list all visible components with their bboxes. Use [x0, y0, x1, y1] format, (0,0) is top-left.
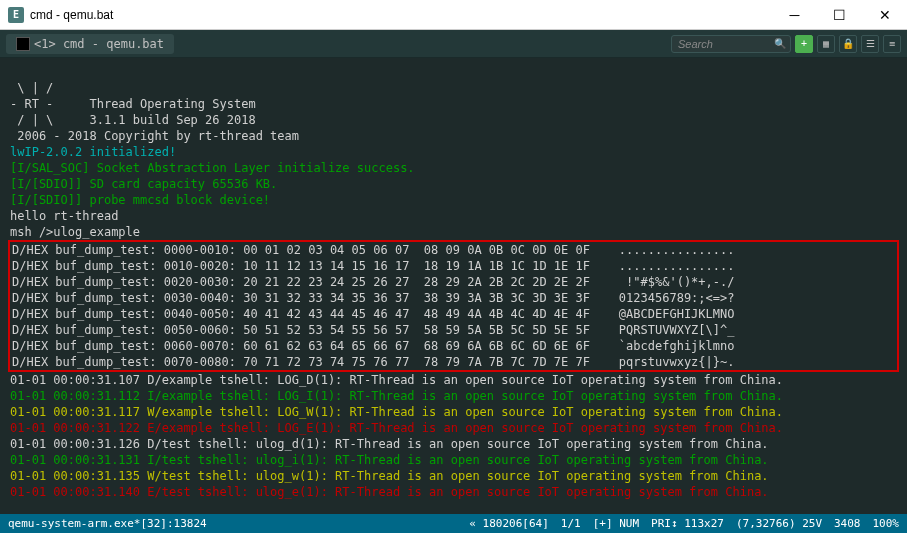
close-button[interactable]: ✕	[862, 0, 907, 30]
banner-line: \ | /	[10, 81, 53, 95]
ulog-debug-line: 01-01 00:00:31.126 D/test tshell: ulog_d…	[10, 437, 769, 451]
ulog-info-line: 01-01 00:00:31.131 I/test tshell: ulog_i…	[10, 453, 769, 467]
search-input[interactable]: Search	[671, 35, 791, 53]
status-mem: (7,32766) 25V	[736, 517, 822, 530]
tab-active[interactable]: <1> cmd - qemu.bat	[6, 34, 174, 54]
sal-line: [I/SAL_SOC] Socket Abstraction Layer ini…	[10, 161, 415, 175]
maximize-button[interactable]: ☐	[817, 0, 862, 30]
banner-line: / | \ 3.1.1 build Sep 26 2018	[10, 113, 256, 127]
hello-line: hello rt-thread	[10, 209, 118, 223]
lwip-line: lwIP-2.0.2 initialized!	[10, 145, 176, 159]
grid-button[interactable]: ▦	[817, 35, 835, 53]
ulog-warn-line: 01-01 00:00:31.135 W/test tshell: ulog_w…	[10, 469, 769, 483]
log-info-line: 01-01 00:00:31.112 I/example tshell: LOG…	[10, 389, 783, 403]
statusbar: qemu-system-arm.exe*[32]:13824 « 180206[…	[0, 514, 907, 533]
hex-line: D/HEX buf_dump_test: 0000-0010: 00 01 02…	[12, 243, 734, 257]
terminal-icon	[16, 37, 30, 51]
hex-line: D/HEX buf_dump_test: 0010-0020: 10 11 12…	[12, 259, 734, 273]
status-position: 1/1	[561, 517, 581, 530]
terminal-output[interactable]: \ | / - RT - Thread Operating System / |…	[0, 58, 907, 514]
hex-line: D/HEX buf_dump_test: 0050-0060: 50 51 52…	[12, 323, 734, 337]
hex-dump-box: D/HEX buf_dump_test: 0000-0010: 00 01 02…	[8, 240, 899, 372]
hex-line: D/HEX buf_dump_test: 0020-0030: 20 21 22…	[12, 275, 734, 289]
list-button[interactable]: ☰	[861, 35, 879, 53]
toolbar: <1> cmd - qemu.bat Search + ▦ 🔒 ☰ ≡	[0, 30, 907, 58]
log-debug-line: 01-01 00:00:31.107 D/example tshell: LOG…	[10, 373, 783, 387]
sdio-line: [I/[SDIO]] SD card capacity 65536 KB.	[10, 177, 277, 191]
lock-button[interactable]: 🔒	[839, 35, 857, 53]
sdio-line: [I/[SDIO]] probe mmcsd block device!	[10, 193, 270, 207]
hex-line: D/HEX buf_dump_test: 0070-0080: 70 71 72…	[12, 355, 734, 369]
status-size: 3408	[834, 517, 861, 530]
menu-button[interactable]: ≡	[883, 35, 901, 53]
status-encoding: « 180206[64]	[469, 517, 548, 530]
banner-line: - RT - Thread Operating System	[10, 97, 256, 111]
log-warn-line: 01-01 00:00:31.117 W/example tshell: LOG…	[10, 405, 783, 419]
ulog-error-line: 01-01 00:00:31.140 E/test tshell: ulog_e…	[10, 485, 769, 499]
hex-line: D/HEX buf_dump_test: 0030-0040: 30 31 32…	[12, 291, 734, 305]
minimize-button[interactable]: ─	[772, 0, 817, 30]
log-error-line: 01-01 00:00:31.122 E/example tshell: LOG…	[10, 421, 783, 435]
banner-line: 2006 - 2018 Copyright by rt-thread team	[10, 129, 299, 143]
add-tab-button[interactable]: +	[795, 35, 813, 53]
app-icon: E	[8, 7, 24, 23]
tab-label: <1> cmd - qemu.bat	[34, 37, 164, 51]
window-title: cmd - qemu.bat	[30, 8, 772, 22]
status-path: qemu-system-arm.exe*[32]:13824	[8, 517, 457, 530]
titlebar: E cmd - qemu.bat ─ ☐ ✕	[0, 0, 907, 30]
status-lock: [+] NUM	[593, 517, 639, 530]
hex-line: D/HEX buf_dump_test: 0060-0070: 60 61 62…	[12, 339, 734, 353]
status-zoom: 100%	[873, 517, 900, 530]
hex-line: D/HEX buf_dump_test: 0040-0050: 40 41 42…	[12, 307, 734, 321]
msh-line: msh />ulog_example	[10, 225, 140, 239]
status-pri: PRI↕ 113x27	[651, 517, 724, 530]
